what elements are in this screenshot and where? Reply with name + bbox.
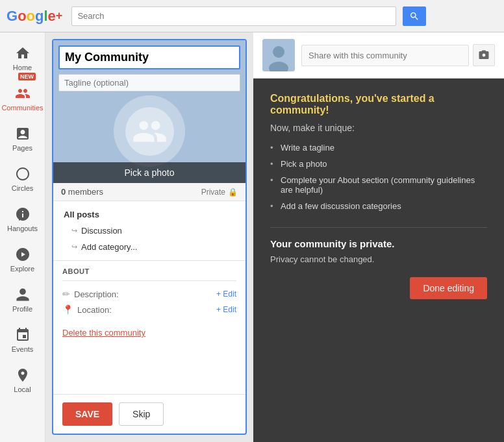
congrats-title: Congratulations, you've started a commun… [270, 93, 487, 116]
done-editing-button[interactable]: Done editing [410, 277, 487, 299]
privacy-text: Private [201, 188, 225, 197]
congrats-panel: Congratulations, you've started a commun… [253, 79, 504, 442]
nav-arrow-discussion: ↪ [71, 227, 77, 235]
sidebar-label-communities: Communities [1, 104, 43, 112]
congrats-step-4: Add a few discussion categories [270, 198, 487, 214]
members-count-text: 0 members [61, 187, 103, 197]
events-icon [14, 326, 32, 344]
congrats-subtitle: Now, make it unique: [270, 123, 487, 133]
new-badge: NEW [18, 73, 36, 80]
about-title: ABOUT [62, 267, 236, 275]
sidebar-label-local: Local [14, 386, 31, 393]
sidebar-item-communities[interactable]: NEW Communities [0, 79, 45, 117]
nav-label-all-posts: All posts [64, 210, 99, 219]
about-row-left-description: ✏ Description: [62, 289, 119, 299]
camera-icon [478, 49, 490, 61]
circles-icon [14, 165, 32, 183]
communities-icon [14, 84, 32, 103]
congrats-step-2: Pick a photo [270, 156, 487, 172]
sidebar-label-home: Home [13, 64, 32, 71]
share-bar [253, 32, 504, 79]
logo-e: e [48, 8, 56, 25]
logo-circle-outer [114, 95, 185, 167]
share-camera-button[interactable] [473, 44, 495, 66]
search-icon [409, 11, 420, 21]
about-section: ABOUT ✏ Description: + Edit 📍 Location: … [53, 261, 246, 324]
nav-label-discussion: Discussion [81, 226, 122, 236]
about-row-description: ✏ Description: + Edit [62, 286, 236, 302]
members-label: members [68, 187, 103, 197]
community-avatar [262, 39, 295, 71]
delete-community-link[interactable]: Delete this community [53, 324, 246, 341]
about-divider [62, 280, 236, 281]
sidebar-item-pages[interactable]: Pages [0, 119, 45, 157]
congrats-step-1: Write a tagline [270, 140, 487, 156]
community-name-input[interactable] [58, 45, 240, 69]
pencil-icon: ✏ [62, 289, 70, 299]
pick-photo-label: Pick a photo [124, 167, 174, 178]
hangouts-icon [14, 205, 32, 223]
save-button[interactable]: SAVE [62, 402, 112, 426]
search-input[interactable] [71, 6, 396, 26]
about-row-location: 📍 Location: + Edit [62, 302, 236, 317]
local-icon [14, 366, 32, 384]
sidebar-item-local[interactable]: Local [0, 361, 45, 399]
share-input[interactable] [301, 45, 469, 66]
google-logo: Google+ [6, 8, 62, 25]
logo-o2: o [27, 8, 35, 25]
logo-plus: + [56, 9, 63, 23]
nav-item-discussion[interactable]: ↪ Discussion [53, 223, 246, 239]
sidebar-item-profile[interactable]: Profile [0, 280, 45, 318]
profile-icon [14, 286, 32, 304]
nav-arrow-category: ↪ [71, 243, 77, 251]
sidebar-item-hangouts[interactable]: Hangouts [0, 200, 45, 238]
pages-icon [14, 125, 32, 143]
members-count: 0 [61, 187, 66, 197]
location-icon: 📍 [62, 304, 73, 315]
search-button[interactable] [403, 6, 426, 26]
community-header: Pick a photo [53, 40, 246, 183]
description-label: Description: [74, 289, 119, 299]
people-icon [132, 114, 168, 149]
congrats-step-3: Complete your About section (community g… [270, 172, 487, 198]
sidebar-label-hangouts: Hangouts [7, 225, 38, 232]
sidebar-item-home[interactable]: Home [0, 39, 45, 77]
logo-o1: o [18, 8, 26, 25]
avatar-icon [262, 39, 295, 71]
community-logo-area [114, 95, 185, 167]
location-label: Location: [77, 305, 112, 315]
right-content: Congratulations, you've started a commun… [253, 32, 504, 442]
logo-g: G [6, 8, 18, 25]
privacy-label: Private 🔒 [201, 188, 238, 197]
description-edit-link[interactable]: + Edit [216, 289, 236, 299]
private-title: Your community is private. [270, 238, 487, 249]
skip-button[interactable]: Skip [119, 402, 164, 426]
home-icon [14, 44, 32, 62]
logo-g2: g [35, 8, 44, 25]
nav-item-all-posts[interactable]: All posts [53, 206, 246, 223]
private-desc: Privacy cannot be changed. [270, 254, 487, 264]
congrats-list: Write a tagline Pick a photo Complete yo… [270, 140, 487, 214]
location-edit-link[interactable]: + Edit [216, 305, 236, 314]
sidebar-item-explore[interactable]: Explore [0, 240, 45, 278]
members-bar: 0 members Private 🔒 [53, 183, 246, 201]
main-layout: Home NEW Communities Pages Circles [0, 32, 504, 442]
sidebar-item-circles[interactable]: Circles [0, 160, 45, 197]
sidebar-label-profile: Profile [12, 305, 32, 313]
topbar: Google+ [0, 0, 504, 32]
sidebar-label-pages: Pages [12, 144, 32, 152]
sidebar-label-circles: Circles [12, 184, 34, 192]
about-row-left-location: 📍 Location: [62, 304, 112, 315]
congrats-divider [270, 227, 487, 228]
pick-photo-bar[interactable]: Pick a photo [53, 162, 246, 183]
community-panel: Pick a photo 0 members Private 🔒 All pos… [52, 39, 247, 435]
sidebar-label-explore: Explore [10, 265, 34, 273]
sidebar: Home NEW Communities Pages Circles [0, 32, 45, 442]
nav-item-add-category[interactable]: ↪ Add category... [53, 239, 246, 255]
sidebar-item-events[interactable]: Events [0, 321, 45, 358]
community-tagline-input[interactable] [58, 74, 240, 92]
logo-circle-inner [125, 107, 174, 156]
explore-icon [14, 245, 32, 264]
nav-label-add-category: Add category... [81, 242, 137, 252]
lock-icon: 🔒 [228, 188, 238, 197]
